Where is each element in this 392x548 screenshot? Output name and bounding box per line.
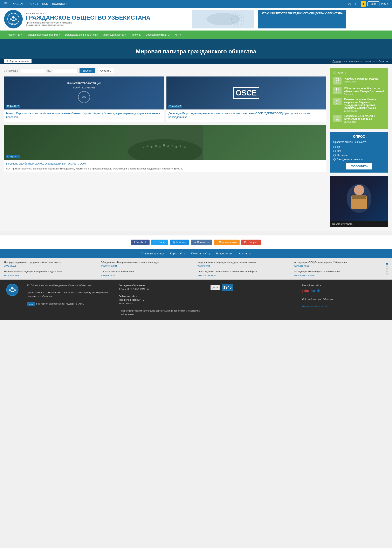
svg-point-2 <box>10 18 12 21</box>
footer-registered: зарегистрированные - 1 <box>119 298 204 302</box>
mainnav-grazhdanstvo[interactable]: Гражданское общество РУз ▾ <box>24 30 63 39</box>
anons-event-title[interactable]: 80-летие писателя Улмаса Умарбекова Лаур… <box>343 98 385 109</box>
footer-dev-label: Разработка сайта <box>302 284 388 287</box>
anons-event-type: Круглый стол <box>343 121 385 123</box>
desktop-icon-btn[interactable]: ● <box>361 1 366 7</box>
nav-subscribe[interactable]: ПОДПИСКА <box>52 2 68 5</box>
site-description: Проект Независимого института по монитор… <box>26 22 84 26</box>
anons-content: 105 летию народной артистки Узбекистана,… <box>343 87 385 95</box>
facebook-icon: f <box>134 241 135 244</box>
anons-event-title[interactable]: Современные читатели и читательские вопр… <box>343 115 385 121</box>
osce-logo: OSCE <box>233 87 259 99</box>
footer-last-update-label: Последнее обновление: <box>119 284 146 287</box>
vote-button[interactable]: ГОЛОСОВАТЬ <box>346 163 372 170</box>
footer-copyright: 2017 © Интернет-портал Гражданское общес… <box>27 284 112 287</box>
footer-osce-note: Веб-портал разработан при поддержке ОБСЕ <box>36 302 84 306</box>
hamburger-icon[interactable]: ☰ <box>4 2 7 6</box>
atlas-box[interactable]: АТЛАС ИНСТИТУТОВ ГРАЖДАНСКОГО ОБЩЕСТВА У… <box>258 10 346 28</box>
link-item: Ассоциация «Тхэквандо-WTF Узбекистана» w… <box>294 270 388 277</box>
breadcrumb-home[interactable]: Главная <box>332 60 341 63</box>
footer-nav-home[interactable]: Главная страница <box>141 252 164 255</box>
link-item: Палата Адвокатов Узбекистана www.parluz.… <box>101 270 195 277</box>
language-button[interactable]: РУС ▾ <box>381 2 388 5</box>
link-url[interactable]: www.ngo.uz <box>197 264 210 267</box>
site-logo[interactable]: ОБЩЕСТВО <box>4 10 23 28</box>
prev-icon-btn[interactable]: ◁ <box>346 1 352 7</box>
svg-point-31 <box>7 284 18 296</box>
article-title[interactable]: Делегация Бюро по демократическим инстит… <box>168 112 324 119</box>
article-image: 17 Апр 2017 <box>4 125 326 160</box>
mainnav-issledovanie[interactable]: Исследование и аналитика ▾ <box>63 30 101 39</box>
banner-box: Баннер 230 × 400 рх ≡газета.uz Работа <box>330 176 388 227</box>
link-url[interactable]: www.sos-nd.uz <box>294 264 310 267</box>
anons-event-title[interactable]: 105 летию народной артистки Узбекистана,… <box>343 87 385 93</box>
opros-label-zatrud: Затрудняюсь ответить <box>337 158 363 161</box>
link-url[interactable]: www.naesmi.uz <box>4 274 20 276</box>
article-title[interactable]: Миност Киргизии запустил мобильное прило… <box>6 112 162 119</box>
link-url[interactable]: www.veteran.uz <box>101 264 117 267</box>
nav-rss[interactable]: RSS <box>42 2 48 5</box>
footer-bug[interactable]: Нашли ошибку в тексте? <box>302 305 388 308</box>
svg-point-24 <box>175 146 178 148</box>
anons-day: 09 <box>334 78 341 81</box>
filter-from-input[interactable] <box>21 68 45 73</box>
vk-share-button[interactable]: вк ВКонтакте <box>191 240 212 245</box>
twitter-share-button[interactable]: 🐦 Twitter <box>151 240 168 245</box>
mainnav-igu[interactable]: ИГУ ▾ <box>172 30 183 39</box>
link-url[interactable]: www.parluz.uz <box>101 274 116 276</box>
footer-nav-search[interactable]: Поиск по сайту <box>191 252 210 255</box>
opros-radio-da[interactable] <box>333 146 336 148</box>
filter-clear-button[interactable]: Очистить <box>97 68 114 73</box>
link-org-name: Ассоциация «СОС-Детские деревни Узбекист… <box>294 261 388 263</box>
google-share-button[interactable]: G+ Google+ <box>241 240 261 245</box>
mainnav-tribuna[interactable]: Трибуна <box>129 30 143 39</box>
site-subtitle: Интернет-портал <box>26 12 150 15</box>
scroll-dot <box>386 273 388 275</box>
mainnav-novosti[interactable]: Новости ГИ ▾ <box>4 30 24 39</box>
facebook-share-button[interactable]: f Facebook <box>131 240 150 245</box>
anons-content: 80-летие писателя Улмаса Умарбекова Лаур… <box>343 98 385 112</box>
article-body: Делегация Бюро по демократическим инстит… <box>167 109 326 122</box>
hero-section: Мировая палитра гражданского общества 🖨 … <box>0 39 392 64</box>
svg-point-21 <box>163 144 165 147</box>
footer-nav-sitemap[interactable]: Карта сайта <box>170 252 185 255</box>
link-org-name: Объединение «Ветераны воино-ветераны и и… <box>101 261 195 263</box>
svg-text:ОБЩЕСТВО: ОБЩЕСТВО <box>9 23 18 25</box>
scroll-dot-active <box>386 263 388 265</box>
nav-home[interactable]: ГЛАВНАЯ <box>12 2 24 5</box>
link-url[interactable]: www.ijtimoiy-fikr.uz <box>197 274 217 276</box>
scroll-dot <box>386 268 388 270</box>
footer-nav-contacts[interactable]: Контакты <box>239 252 251 255</box>
anons-box: Анонсы 09 апр "Храбрые охраняют Родину" … <box>330 68 388 129</box>
footer-nav-qa[interactable]: Вопрос-ответ <box>216 252 233 255</box>
mainnav-mirovaya[interactable]: Мировая палитра ГО <box>143 30 172 39</box>
mainnav-zakonodatelstvo[interactable]: Законодательство ▾ <box>101 30 129 39</box>
nav-search[interactable]: ПОИСК <box>28 2 38 5</box>
scroll-dot <box>386 270 388 272</box>
anons-event-title[interactable]: "Храбрые охраняют Родину" <box>343 77 379 80</box>
pixelcraft-logo[interactable]: pixelcraft <box>302 287 388 294</box>
svg-point-1 <box>12 16 15 19</box>
opros-radio-neochn[interactable] <box>333 154 336 157</box>
footer-cms: Сайт работает на 1С-Битрикс <box>302 298 388 301</box>
ok-share-button[interactable]: ○ Одноклассники <box>214 240 239 245</box>
login-button[interactable]: Вход <box>367 1 379 6</box>
svg-point-23 <box>172 145 173 147</box>
hero-bottom-bar: 🖨 Версия для печати Главная » Мировая па… <box>0 58 392 64</box>
article-title[interactable]: Перечень зарубежных сайтов, освещающих д… <box>6 162 324 165</box>
banner-bottom[interactable]: ≡газета.uz Работа <box>330 221 388 227</box>
mobile-icon-btn[interactable]: □ <box>354 1 359 7</box>
filter-submit-button[interactable]: Вывести <box>79 68 95 73</box>
site-title-area: Интернет-портал ГРАЖДАНСКОЕ ОБЩЕСТВО УЗБ… <box>26 12 150 26</box>
link-item: Центр изучения общественного мнения «Ижт… <box>197 270 291 277</box>
moimir-share-button[interactable]: @ Мой мир <box>170 240 189 245</box>
svg-point-32 <box>11 287 14 290</box>
anons-item: 17 апр 105 летию народной артистки Узбек… <box>333 87 385 95</box>
filter-to-input[interactable] <box>53 68 77 73</box>
link-url[interactable]: www.taekweon-do.uz <box>294 274 316 276</box>
link-org-name: Национальная Ассоциация электронных сред… <box>4 270 98 273</box>
opros-radio-net[interactable] <box>333 150 336 152</box>
link-url[interactable]: www.sau.uz <box>4 264 16 267</box>
print-button[interactable]: 🖨 Версия для печати <box>4 59 32 63</box>
opros-radio-zatrud[interactable] <box>333 158 336 161</box>
